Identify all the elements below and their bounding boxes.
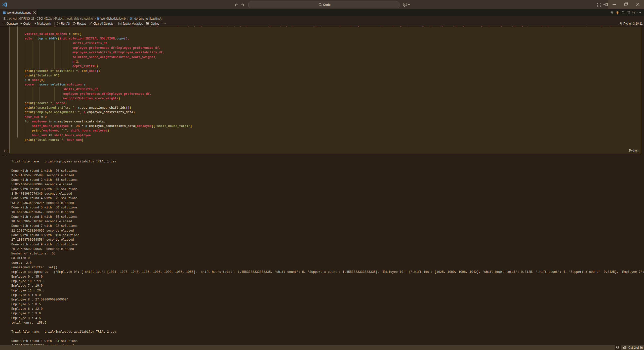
svg-text:(x): (x)	[119, 23, 121, 25]
